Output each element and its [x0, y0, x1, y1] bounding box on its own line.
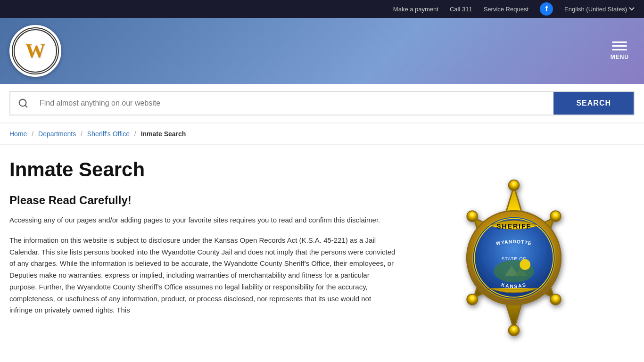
- search-input[interactable]: [36, 92, 553, 115]
- menu-bar-1: [612, 41, 627, 43]
- content-right: SHERIFF WYANDOTTE STATE OF KANSAS: [415, 159, 613, 347]
- svg-point-6: [467, 211, 478, 222]
- content-left: Inmate Search Please Read Carefully! Acc…: [9, 159, 415, 347]
- main-content: Inmate Search Please Read Carefully! Acc…: [0, 145, 644, 362]
- site-logo[interactable]: W: [9, 25, 61, 77]
- breadcrumb: Home / Departments / Sheriff's Office / …: [0, 123, 644, 145]
- sheriff-badge: SHERIFF WYANDOTTE STATE OF KANSAS: [415, 168, 613, 347]
- menu-bar-2: [612, 45, 627, 47]
- service-request-link[interactable]: Service Request: [484, 6, 528, 13]
- breadcrumb-sep-3: /: [134, 130, 136, 138]
- breadcrumb-home[interactable]: Home: [9, 130, 27, 138]
- breadcrumb-sep-1: /: [32, 130, 33, 138]
- page-title: Inmate Search: [9, 159, 396, 181]
- breadcrumb-current: Inmate Search: [141, 130, 186, 138]
- utility-bar: Make a payment Call 311 Service Request …: [0, 0, 644, 18]
- search-button[interactable]: SEARCH: [553, 92, 634, 115]
- svg-point-3: [509, 180, 520, 191]
- breadcrumb-sep-2: /: [81, 130, 83, 138]
- call-311-link[interactable]: Call 311: [450, 6, 472, 13]
- paragraph-2: The information on this website is subje…: [9, 235, 396, 316]
- search-section: SEARCH: [0, 84, 644, 123]
- search-wrapper: SEARCH: [9, 91, 635, 115]
- svg-point-7: [550, 294, 561, 305]
- svg-point-5: [550, 211, 561, 222]
- site-header: W MENU: [0, 18, 644, 84]
- logo-container: W: [9, 25, 61, 77]
- paragraph-1: Accessing any of our pages and/or adding…: [9, 214, 396, 226]
- facebook-icon[interactable]: f: [540, 2, 553, 16]
- breadcrumb-departments[interactable]: Departments: [38, 130, 76, 138]
- svg-point-8: [467, 294, 478, 305]
- menu-label: MENU: [611, 54, 629, 60]
- breadcrumb-sheriffs-office[interactable]: Sheriff's Office: [87, 130, 130, 138]
- svg-text:SHERIFF: SHERIFF: [496, 222, 531, 230]
- svg-point-16: [520, 259, 530, 270]
- svg-point-4: [509, 325, 520, 336]
- menu-bar-3: [612, 49, 627, 50]
- menu-button[interactable]: MENU: [605, 38, 635, 64]
- svg-line-1: [25, 105, 27, 107]
- make-payment-link[interactable]: Make a payment: [393, 6, 438, 13]
- search-icon: [10, 92, 36, 115]
- section-heading: Please Read Carefully!: [9, 194, 396, 207]
- language-selector[interactable]: English (United States): [564, 6, 635, 13]
